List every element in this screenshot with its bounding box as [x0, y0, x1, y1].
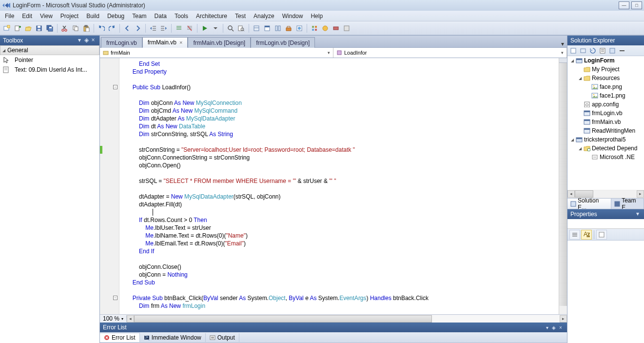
close-icon[interactable]: ×	[179, 40, 182, 45]
copy-button[interactable]	[71, 23, 80, 33]
menu-file[interactable]: File	[1, 12, 18, 20]
se-collapse-button[interactable]	[618, 46, 626, 55]
zoom-dropdown[interactable]: 100 % ▾	[100, 315, 127, 322]
scrollbar-thumb[interactable]	[134, 315, 432, 323]
toolbox-item[interactable]: Pointer	[0, 55, 99, 65]
expand-toggle[interactable]: ◢	[569, 59, 575, 63]
error-list-header[interactable]: Error List ▾ ◈ ×	[100, 323, 567, 332]
code-margin[interactable]: −−	[100, 58, 119, 314]
toolbox-item[interactable]: Text: 09.Dim UserId As Int...	[0, 65, 99, 75]
open-button[interactable]	[23, 23, 33, 33]
scroll-left-button[interactable]: ◂	[127, 315, 134, 323]
properties-grid[interactable]	[567, 241, 644, 343]
tab-overflow-button[interactable]: ▾	[558, 40, 567, 47]
properties-object-dropdown[interactable]	[567, 219, 644, 229]
start-page-button[interactable]	[294, 23, 304, 33]
se-view-code-button[interactable]	[598, 46, 607, 55]
tree-node[interactable]: Microsoft .NE	[567, 153, 644, 161]
solution-tree[interactable]: ◢LoginFormMy Project◢Resourcesface.pngfa…	[567, 56, 644, 190]
panel-dropdown-icon[interactable]: ▾	[544, 325, 550, 330]
redo-button[interactable]	[107, 23, 117, 33]
menu-data[interactable]: Data	[151, 12, 171, 20]
code-editor[interactable]: −− End Set End Property Public Sub LoadI…	[100, 58, 567, 314]
bottom-tab[interactable]: >_Immediate Window	[140, 333, 206, 342]
nav-back-button[interactable]	[122, 23, 132, 33]
expand-toggle[interactable]: ◢	[577, 146, 583, 151]
nav-forward-button[interactable]	[133, 23, 143, 33]
document-tab[interactable]: frmMain.vb [Design]	[188, 37, 251, 48]
close-icon[interactable]: ×	[557, 325, 564, 330]
solution-explorer-button[interactable]	[252, 23, 261, 33]
document-tab[interactable]: frmLogin.vb [Design]	[251, 37, 315, 48]
se-properties-button[interactable]	[569, 46, 578, 55]
scroll-right-button[interactable]: ▸	[560, 315, 567, 323]
tree-node[interactable]: My Project	[567, 65, 644, 74]
panel-tab[interactable]: Solution E...	[567, 199, 611, 209]
menu-analyze[interactable]: Analyze	[250, 12, 278, 20]
tree-node[interactable]: frmMain.vb	[567, 118, 644, 126]
menu-edit[interactable]: Edit	[18, 12, 36, 20]
tree-node[interactable]: ◢Resources	[567, 74, 644, 82]
uncomment-button[interactable]	[185, 23, 195, 33]
menu-test[interactable]: Test	[231, 12, 250, 20]
indent-decrease-button[interactable]	[148, 23, 158, 33]
tree-node[interactable]: app.config	[567, 100, 644, 109]
horizontal-scrollbar[interactable]: ◂ ▸	[127, 315, 567, 323]
solution-explorer-header[interactable]: Solution Explorer	[567, 36, 644, 45]
menu-team[interactable]: Team	[128, 12, 150, 20]
pin-icon[interactable]: ◈	[83, 37, 90, 44]
document-tab[interactable]: frmLogin.vb	[101, 37, 142, 48]
fold-toggle[interactable]: −	[113, 85, 117, 89]
se-show-all-button[interactable]	[579, 46, 587, 55]
misc-btn-2[interactable]	[331, 23, 341, 33]
se-refresh-button[interactable]	[588, 46, 597, 55]
menu-tools[interactable]: Tools	[171, 12, 192, 20]
fold-toggle[interactable]: −	[113, 296, 117, 300]
comment-button[interactable]	[174, 23, 184, 33]
start-debug-button[interactable]	[200, 23, 210, 33]
object-browser-button[interactable]	[273, 23, 283, 33]
maximize-button[interactable]: □	[631, 1, 642, 9]
pin-icon[interactable]: ◈	[550, 325, 557, 330]
tree-node[interactable]: face1.png	[567, 91, 644, 100]
bottom-tab[interactable]: Error List	[100, 333, 140, 342]
debug-config-dropdown[interactable]	[211, 23, 220, 33]
properties-header[interactable]: Properties ▾	[567, 209, 644, 219]
close-icon[interactable]: ×	[90, 37, 97, 44]
panel-tab[interactable]: Team E	[611, 199, 644, 209]
code-text-area[interactable]: End Set End Property Public Sub LoadInfo…	[119, 58, 567, 314]
bottom-tab[interactable]: Output	[206, 333, 239, 342]
panel-dropdown-icon[interactable]: ▾	[634, 211, 641, 218]
menu-build[interactable]: Build	[82, 12, 103, 20]
se-view-designer-button[interactable]	[608, 46, 617, 55]
scrollbar-thumb[interactable]	[559, 63, 567, 306]
tree-node[interactable]: ◢tricksterprothai5	[567, 135, 644, 144]
new-project-button[interactable]	[2, 23, 12, 33]
expand-toggle[interactable]: ◢	[577, 76, 583, 81]
categorized-button[interactable]	[569, 230, 580, 240]
menu-view[interactable]: View	[36, 12, 57, 20]
undo-button[interactable]	[97, 23, 106, 33]
indent-increase-button[interactable]	[159, 23, 169, 33]
tree-node[interactable]: ReadWritingMen	[567, 126, 644, 135]
minimize-button[interactable]: —	[619, 1, 629, 9]
scroll-left-button[interactable]: ◂	[567, 190, 575, 198]
find-button[interactable]	[226, 23, 235, 33]
splitter-handle[interactable]	[559, 58, 567, 63]
paste-button[interactable]	[81, 23, 91, 33]
menu-architecture[interactable]: Architecture	[192, 12, 231, 20]
find-in-files-button[interactable]	[236, 23, 246, 33]
properties-window-button[interactable]	[262, 23, 272, 33]
member-navigator-dropdown[interactable]: LoadInfor ▾	[333, 48, 567, 58]
scrollbar-thumb[interactable]	[575, 190, 593, 198]
toolbox-group-header[interactable]: ◢ General	[0, 45, 99, 55]
menu-window[interactable]: Window	[278, 12, 307, 20]
toolbox-button[interactable]	[284, 23, 293, 33]
save-button[interactable]	[34, 23, 44, 33]
menu-help[interactable]: Help	[307, 12, 327, 20]
class-navigator-dropdown[interactable]: frmMain ▾	[100, 48, 333, 58]
alphabetical-button[interactable]: AZ	[581, 230, 592, 240]
tree-node[interactable]: ◢LoginForm	[567, 56, 644, 65]
tree-node[interactable]: face.png	[567, 82, 644, 91]
properties-page-button[interactable]	[596, 230, 607, 240]
